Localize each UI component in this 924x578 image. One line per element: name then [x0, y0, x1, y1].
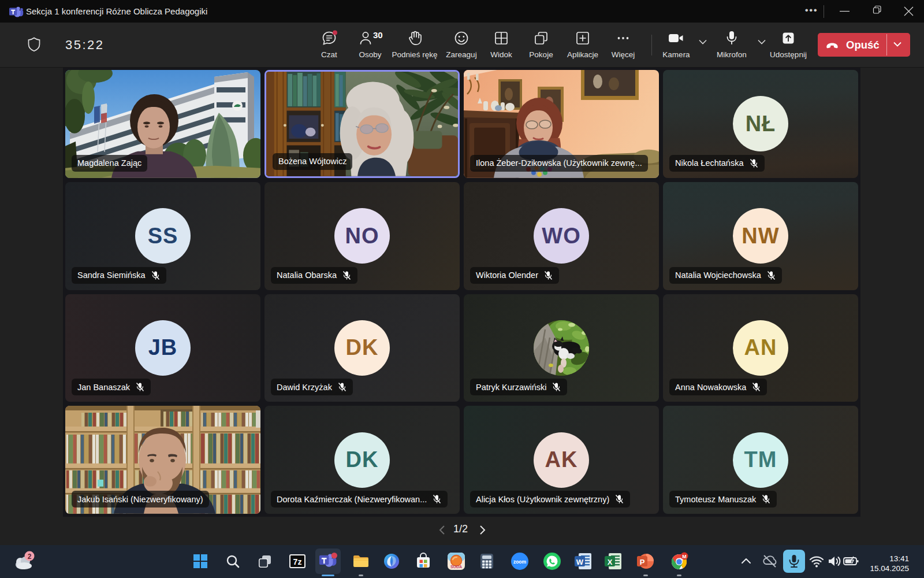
svg-text:7z: 7z: [293, 557, 302, 566]
svg-text:30: 30: [373, 30, 383, 40]
svg-text:SODA: SODA: [450, 565, 462, 569]
svg-text:X: X: [608, 558, 613, 566]
svg-text:2: 2: [28, 553, 32, 561]
svg-text:zoom: zoom: [513, 559, 527, 565]
svg-text:P: P: [640, 558, 645, 566]
svg-text:M: M: [682, 554, 687, 560]
svg-text:W: W: [576, 558, 584, 566]
